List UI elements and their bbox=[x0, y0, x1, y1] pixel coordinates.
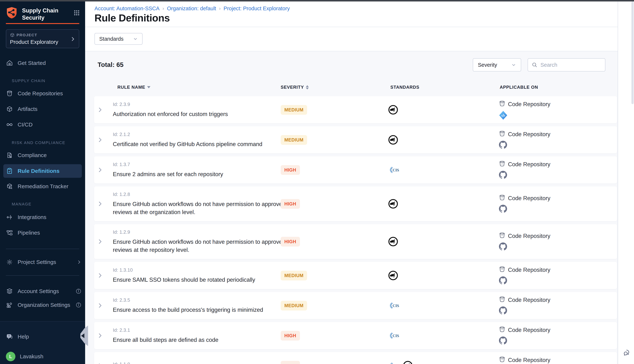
breadcrumb-account-link[interactable]: Account: Automation-SSCA bbox=[95, 6, 160, 12]
provider-icon-slot bbox=[499, 306, 550, 315]
column-header-applicable-on: APPLICABLE ON bbox=[500, 85, 538, 90]
owasp-standard-icon bbox=[388, 236, 399, 247]
search-box bbox=[528, 58, 605, 72]
user-menu[interactable]: L Lavakush bbox=[6, 351, 82, 362]
sidebar-item-project-settings[interactable]: Project Settings bbox=[6, 257, 82, 267]
applicable-on-cell: ‹/› Code Repository bbox=[499, 262, 550, 289]
sidebar-item-account-settings[interactable]: Account Settings bbox=[6, 286, 82, 296]
sidebar-item-integrations[interactable]: Integrations bbox=[6, 212, 82, 222]
info-icon[interactable] bbox=[76, 302, 82, 308]
svg-text:‹/›: ‹/› bbox=[501, 268, 503, 270]
sidebar-section-risk-and-compliance: RISK AND COMPLIANCE bbox=[12, 140, 65, 145]
svg-text:‹/›: ‹/› bbox=[501, 328, 503, 331]
expand-row-chevron-icon[interactable] bbox=[97, 200, 103, 208]
applicable-on-cell: ‹/› Code Repository bbox=[499, 292, 550, 319]
expand-row-chevron-icon[interactable] bbox=[97, 302, 103, 309]
search-icon bbox=[532, 62, 537, 68]
cis-standard-icon: CIS bbox=[388, 165, 400, 175]
project-selector[interactable]: PROJECT Product Exploratory bbox=[6, 29, 79, 48]
infinity-icon bbox=[6, 121, 13, 128]
svg-text:‹/›: ‹/› bbox=[501, 163, 503, 165]
severity-filter-dropdown[interactable]: Severity bbox=[473, 58, 521, 72]
chevron-right-icon bbox=[77, 260, 82, 264]
main-content: Account: Automation-SSCA › Organization:… bbox=[85, 0, 618, 364]
cube-icon bbox=[10, 32, 15, 38]
applicable-on-label: Code Repository bbox=[508, 327, 550, 334]
sidebar-item-pipelines[interactable]: Pipelines bbox=[6, 228, 82, 238]
expand-row-chevron-icon[interactable] bbox=[97, 106, 103, 114]
severity-badge: HIGH bbox=[281, 165, 300, 175]
standards-cell: CIS bbox=[388, 352, 413, 364]
severity-badge: MEDIUM bbox=[281, 135, 307, 145]
expand-row-chevron-icon[interactable] bbox=[97, 332, 103, 339]
breadcrumb-separator: › bbox=[219, 6, 221, 11]
search-input[interactable] bbox=[540, 62, 595, 68]
table-row: Id: 1.2.9 Ensure GitHub action workflows… bbox=[94, 224, 617, 259]
code-repository-bucket-icon: ‹/› bbox=[499, 232, 505, 240]
provider-icon-slot bbox=[499, 276, 550, 285]
owasp-standard-icon bbox=[388, 104, 399, 115]
github-icon bbox=[499, 171, 507, 179]
sidebar-item-cicd[interactable]: CI/CD bbox=[6, 120, 82, 130]
info-icon[interactable] bbox=[76, 288, 82, 294]
sidebar-divider bbox=[6, 275, 79, 276]
table-row: Id: 1.3.10 Ensure SAML SSO tokens should… bbox=[94, 262, 617, 289]
brand-accent-rule bbox=[6, 23, 79, 24]
app-switcher-grid-icon[interactable] bbox=[73, 10, 80, 16]
github-icon bbox=[499, 242, 507, 251]
standards-cell bbox=[388, 262, 399, 289]
sidebar-item-rule-definitions[interactable]: Rule Definitions bbox=[6, 166, 82, 176]
total-count: Total: 65 bbox=[98, 61, 123, 68]
sidebar-item-code-repositories[interactable]: ‹/› Code Repositories bbox=[6, 88, 82, 98]
chat-support-icon[interactable] bbox=[622, 348, 632, 358]
column-header-rule-name[interactable]: RULE NAME bbox=[117, 85, 150, 90]
applicable-on-label: Code Repository bbox=[508, 161, 550, 168]
sidebar-item-get-started[interactable]: Get Started bbox=[6, 58, 82, 68]
integrations-icon bbox=[7, 214, 13, 220]
sidebar-item-compliance[interactable]: Compliance bbox=[6, 150, 82, 160]
expand-row-chevron-icon[interactable] bbox=[97, 362, 103, 364]
standards-filter-dropdown[interactable]: Standards bbox=[95, 33, 143, 45]
svg-text:‹/›: ‹/› bbox=[501, 113, 505, 118]
chevron-down-icon bbox=[133, 36, 138, 41]
pipelines-icon bbox=[6, 230, 13, 236]
table-row: Id: 1.2.8 Ensure GitHub action workflows… bbox=[94, 186, 617, 221]
applicable-on-cell: ‹/› Code Repository bbox=[499, 156, 550, 184]
harness-code-icon: ‹/› bbox=[499, 110, 508, 120]
table-row: Id: 2.1.2 Certificate not verified by Gi… bbox=[94, 126, 617, 154]
github-icon bbox=[499, 204, 507, 213]
expand-row-chevron-icon[interactable] bbox=[97, 166, 103, 174]
provider-icon-slot bbox=[499, 204, 550, 213]
breadcrumb-project-link[interactable]: Project: Product Exploratory bbox=[224, 6, 290, 12]
github-icon bbox=[499, 140, 507, 149]
right-gutter bbox=[618, 0, 634, 364]
expand-row-chevron-icon[interactable] bbox=[97, 136, 103, 144]
sidebar-item-help[interactable]: ? Help bbox=[6, 332, 82, 342]
severity-badge: MEDIUM bbox=[281, 271, 307, 280]
breadcrumb-organization-link[interactable]: Organization: default bbox=[167, 6, 216, 12]
code-repository-bucket-icon: ‹/› bbox=[499, 194, 505, 202]
avatar: L bbox=[6, 352, 16, 361]
expand-row-chevron-icon[interactable] bbox=[97, 238, 103, 245]
applicable-on-label: Code Repository bbox=[508, 357, 550, 364]
sidebar-item-organization-settings[interactable]: Organization Settings bbox=[6, 300, 82, 310]
column-header-severity[interactable]: SEVERITY bbox=[281, 85, 309, 90]
sidebar-item-remediation-tracker[interactable]: Remediation Tracker bbox=[6, 181, 82, 192]
chevron-down-icon bbox=[511, 62, 516, 67]
box-wrench-icon bbox=[6, 183, 13, 190]
svg-text:‹/›: ‹/› bbox=[501, 133, 503, 135]
cis-standard-icon: CIS bbox=[388, 361, 400, 364]
provider-icon-slot bbox=[499, 171, 550, 180]
collapse-left-arrow-icon bbox=[81, 334, 84, 338]
vertical-scrollbar[interactable] bbox=[631, 2, 634, 104]
expand-row-chevron-icon[interactable] bbox=[97, 272, 103, 279]
svg-text:CIS: CIS bbox=[393, 304, 399, 308]
applicable-on-label: Code Repository bbox=[508, 195, 550, 202]
table-row: Id: 1.1.9 HIGH CIS ‹/› Code Repository bbox=[94, 352, 617, 364]
svg-text:‹/›: ‹/› bbox=[501, 298, 503, 300]
code-repository-bucket-icon: ‹/› bbox=[499, 266, 505, 274]
cis-standard-icon: CIS bbox=[388, 331, 400, 340]
applicable-on-label: Code Repository bbox=[508, 131, 550, 138]
applicable-on-label: Code Repository bbox=[508, 267, 550, 273]
sidebar-item-artifacts[interactable]: Artifacts bbox=[6, 104, 82, 114]
